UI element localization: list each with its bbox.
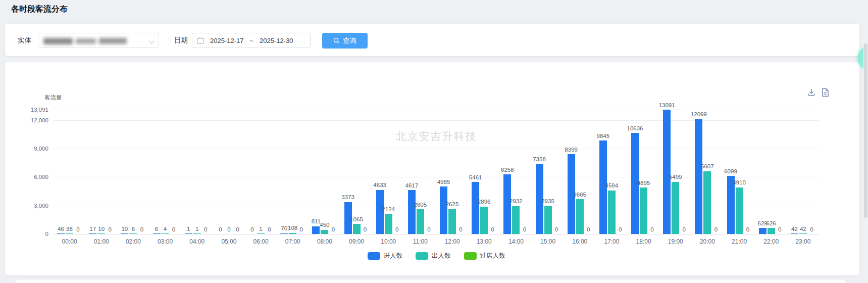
bar-value-label-pass: 0	[714, 227, 718, 233]
legend-item-pass[interactable]: 过店人数	[464, 252, 505, 260]
date-end-input[interactable]: 2025-12-30	[260, 37, 293, 44]
bar-enter[interactable]	[663, 110, 671, 234]
bar-value-label-pass: 0	[778, 227, 781, 233]
bar-value-label-enter: 0	[219, 227, 222, 233]
query-button-label: 查询	[343, 36, 356, 45]
bar-exit[interactable]	[193, 233, 201, 234]
bar-exit[interactable]	[576, 199, 584, 234]
bar-exit[interactable]	[544, 206, 552, 234]
bar-exit[interactable]	[257, 233, 265, 234]
entity-label: 实体	[18, 36, 31, 45]
x-axis-label: 07:00	[277, 238, 309, 245]
legend-item-exit[interactable]: 出人数	[416, 252, 451, 260]
x-axis-label: 03:00	[149, 238, 181, 245]
x-axis-label: 13:00	[468, 238, 500, 245]
bar-enter[interactable]	[312, 226, 320, 234]
bar-value-label-exit: 4895	[637, 180, 650, 186]
bar-value-label-exit: 42	[800, 226, 806, 232]
x-axis-label: 04:00	[181, 238, 213, 245]
bar-exit[interactable]	[703, 171, 711, 234]
bar-value-label-pass: 0	[140, 227, 143, 233]
bar-value-label-enter: 10	[121, 226, 128, 232]
y-axis-tick-label: 13,091	[31, 107, 48, 113]
query-button[interactable]: 查询	[322, 33, 368, 49]
date-range-picker[interactable]: 2025-12-17 ~ 2025-12-30	[192, 33, 311, 48]
bar-exit[interactable]	[417, 209, 424, 234]
bar-value-label-pass: 0	[108, 227, 111, 233]
bar-enter[interactable]	[89, 233, 96, 234]
entity-select[interactable]	[38, 33, 159, 48]
report-document-icon[interactable]	[821, 88, 830, 97]
bar-exit[interactable]	[66, 233, 73, 234]
bar-enter[interactable]	[57, 233, 65, 234]
bar-exit[interactable]	[480, 207, 488, 234]
bar-enter[interactable]	[759, 228, 767, 234]
bar-exit[interactable]	[129, 233, 137, 234]
bar-exit[interactable]	[608, 191, 616, 234]
legend-label-pass: 过店人数	[480, 252, 505, 260]
bar-value-label-enter: 42	[791, 226, 798, 232]
bar-group-06:00: 01006:00	[245, 110, 277, 234]
x-axis-label: 06:00	[245, 238, 277, 245]
bar-value-label-exit: 38	[66, 226, 73, 232]
bar-exit[interactable]	[736, 187, 743, 234]
bar-exit[interactable]	[162, 233, 169, 234]
bar-group-01:00: 1710001:00	[85, 110, 117, 234]
bar-exit[interactable]	[672, 182, 679, 234]
legend-item-enter[interactable]: 进人数	[368, 252, 403, 260]
bar-enter[interactable]	[185, 233, 192, 234]
bar-exit[interactable]	[97, 233, 105, 234]
y-axis-tick-label: 9,000	[34, 146, 48, 152]
bar-value-label-enter: 0	[250, 227, 253, 233]
bar-value-label-pass: 0	[746, 227, 749, 233]
x-axis-label: 17:00	[596, 238, 628, 245]
x-axis-label: 10:00	[373, 238, 404, 245]
bar-group-10:00: 46332124010:00	[373, 110, 404, 234]
bar-enter[interactable]	[695, 119, 702, 234]
bar-exit[interactable]	[448, 209, 456, 234]
bar-exit[interactable]	[512, 206, 520, 234]
bar-enter[interactable]	[280, 233, 288, 234]
bar-enter[interactable]	[472, 182, 479, 234]
bar-value-label-pass: 0	[76, 227, 79, 233]
bar-group-12:00: 49852625012:00	[436, 110, 468, 234]
bar-group-18:00: 106364895018:00	[628, 110, 659, 234]
bar-exit[interactable]	[321, 230, 328, 234]
next-card-edge	[15, 279, 846, 283]
bar-exit[interactable]	[385, 214, 392, 234]
bar-value-label-enter: 6099	[724, 169, 737, 175]
bar-exit[interactable]	[353, 224, 361, 234]
scrollbar-thumb[interactable]	[864, 43, 867, 218]
x-axis-label: 21:00	[724, 238, 755, 245]
x-axis-label: 09:00	[341, 238, 373, 245]
bar-value-label-enter: 46	[58, 226, 64, 232]
y-axis-tick-label: 12,000	[31, 117, 48, 123]
bar-value-label-pass: 0	[204, 227, 207, 233]
bar-enter[interactable]	[408, 190, 416, 234]
bar-value-label-enter: 811	[312, 219, 321, 225]
bar-value-label-exit: 6	[132, 226, 135, 232]
bar-value-label-exit: 450	[320, 222, 329, 228]
date-start-input[interactable]: 2025-12-17	[210, 37, 244, 44]
bar-exit[interactable]	[640, 187, 647, 234]
bar-enter[interactable]	[153, 233, 161, 234]
bar-enter[interactable]	[791, 233, 798, 234]
bar-value-label-exit: 4910	[733, 180, 746, 186]
bar-value-label-pass: 0	[523, 227, 526, 233]
bar-exit[interactable]	[799, 233, 807, 234]
bar-value-label-pass: 0	[555, 227, 558, 233]
bar-exit[interactable]	[289, 233, 296, 234]
bar-group-23:00: 4242023:00	[787, 110, 819, 234]
entity-select-value-redacted	[43, 37, 129, 45]
download-icon[interactable]	[807, 88, 816, 97]
x-axis-label: 18:00	[628, 238, 659, 245]
y-axis-title: 客流量	[44, 94, 62, 102]
bar-exit[interactable]	[768, 228, 775, 234]
chart-legend: 进人数出人数过店人数	[54, 252, 819, 260]
filter-card: 实体 日期 2025-12-17 ~ 2025-12-30 查询	[5, 24, 859, 56]
bar-value-label-enter: 7358	[533, 157, 546, 163]
bar-value-label-enter: 4617	[405, 183, 419, 189]
bar-group-11:00: 46172605011:00	[404, 110, 436, 234]
bar-enter[interactable]	[121, 233, 128, 234]
bar-enter[interactable]	[440, 186, 447, 234]
